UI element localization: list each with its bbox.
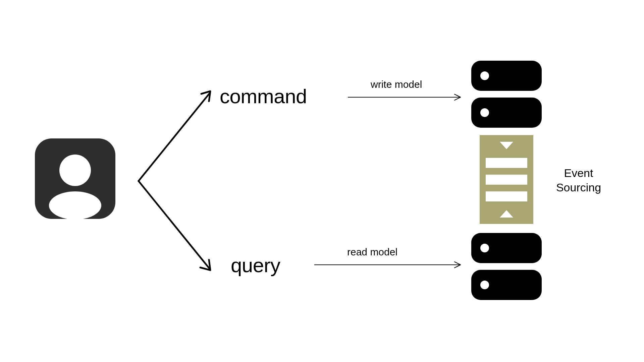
command-label: command xyxy=(220,85,307,108)
svg-point-13 xyxy=(480,281,489,289)
server-top-icon xyxy=(471,61,542,128)
read-model-label: read model xyxy=(347,246,397,258)
svg-point-11 xyxy=(480,244,489,252)
read-model-arrow xyxy=(314,260,465,270)
svg-rect-18 xyxy=(486,191,527,201)
event-sourcing-label-line1: Event xyxy=(545,166,612,180)
write-model-arrow xyxy=(347,92,465,102)
svg-point-0 xyxy=(59,155,91,186)
svg-point-9 xyxy=(480,108,489,117)
diagram-canvas: command query write model read model xyxy=(0,0,644,362)
event-sourcing-label: Event Sourcing xyxy=(545,166,612,194)
svg-rect-16 xyxy=(486,158,527,168)
server-bottom-icon xyxy=(471,233,542,300)
svg-point-7 xyxy=(480,71,489,80)
svg-line-3 xyxy=(139,181,210,269)
split-arrows xyxy=(136,84,223,278)
event-sourcing-label-line2: Sourcing xyxy=(545,180,612,195)
write-model-label: write model xyxy=(371,79,422,90)
svg-line-2 xyxy=(139,93,210,181)
svg-point-1 xyxy=(49,191,101,220)
event-sourcing-icon xyxy=(480,135,533,224)
query-label: query xyxy=(231,254,280,277)
svg-rect-17 xyxy=(486,175,527,185)
user-icon xyxy=(32,135,119,222)
